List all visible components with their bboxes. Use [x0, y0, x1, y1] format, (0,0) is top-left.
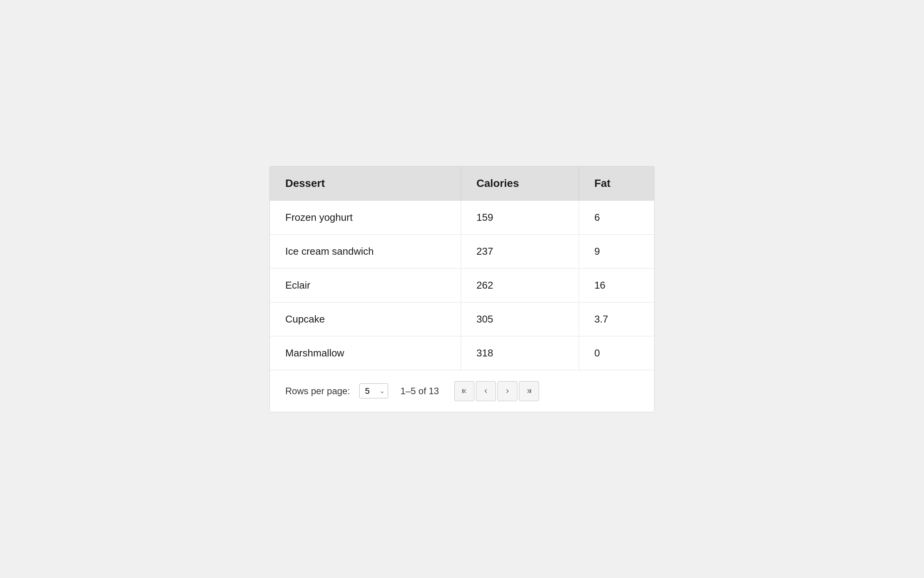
cell-fat: 0: [579, 336, 654, 370]
cell-dessert: Cupcake: [270, 302, 461, 336]
column-header-fat: Fat: [579, 166, 654, 201]
cell-calories: 159: [461, 200, 579, 234]
rows-per-page-label: Rows per page:: [285, 386, 350, 397]
next-page-button[interactable]: [497, 381, 517, 401]
cell-fat: 9: [579, 234, 654, 268]
table-row: Ice cream sandwich2379: [270, 234, 654, 268]
cell-fat: 16: [579, 268, 654, 302]
table-row: Eclair26216: [270, 268, 654, 302]
cell-fat: 3.7: [579, 302, 654, 336]
cell-calories: 262: [461, 268, 579, 302]
last-page-button[interactable]: [519, 381, 539, 401]
table-row: Marshmallow3180: [270, 336, 654, 370]
page-info: 1–5 of 13: [400, 386, 439, 397]
column-header-calories: Calories: [461, 166, 579, 201]
rows-per-page-dropdown[interactable]: 51025: [365, 386, 382, 396]
rows-per-page-select[interactable]: 51025 ⌄: [359, 383, 388, 398]
table-row: Cupcake3053.7: [270, 302, 654, 336]
cell-calories: 318: [461, 336, 579, 370]
last-page-icon: [526, 388, 532, 395]
cell-dessert: Frozen yoghurt: [270, 200, 461, 234]
prev-page-button[interactable]: [476, 381, 496, 401]
prev-page-icon: [482, 388, 489, 395]
first-page-icon: [461, 388, 468, 395]
cell-fat: 6: [579, 200, 654, 234]
cell-calories: 237: [461, 234, 579, 268]
data-table: Dessert Calories Fat Frozen yoghurt1596I…: [270, 166, 654, 412]
pagination-controls: [454, 381, 539, 401]
column-header-dessert: Dessert: [270, 166, 461, 201]
next-page-icon: [504, 388, 511, 395]
first-page-button[interactable]: [454, 381, 474, 401]
cell-dessert: Eclair: [270, 268, 461, 302]
table-row: Frozen yoghurt1596: [270, 200, 654, 234]
cell-dessert: Ice cream sandwich: [270, 234, 461, 268]
table-header-row: Dessert Calories Fat: [270, 166, 654, 201]
cell-calories: 305: [461, 302, 579, 336]
cell-dessert: Marshmallow: [270, 336, 461, 370]
table-footer: Rows per page: 51025 ⌄ 1–5 of 13: [270, 370, 654, 412]
